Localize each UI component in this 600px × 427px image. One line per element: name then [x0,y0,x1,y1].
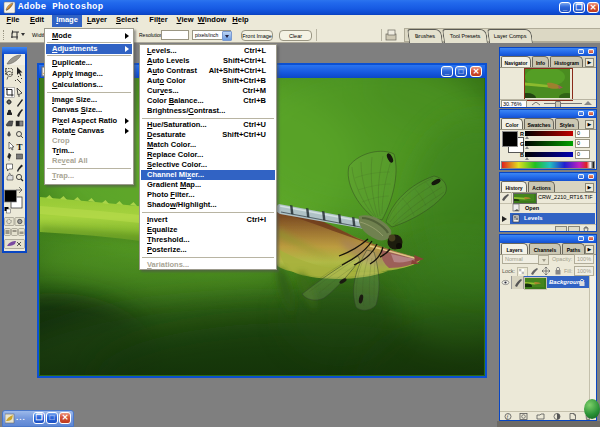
svg-text:T: T [17,142,23,152]
